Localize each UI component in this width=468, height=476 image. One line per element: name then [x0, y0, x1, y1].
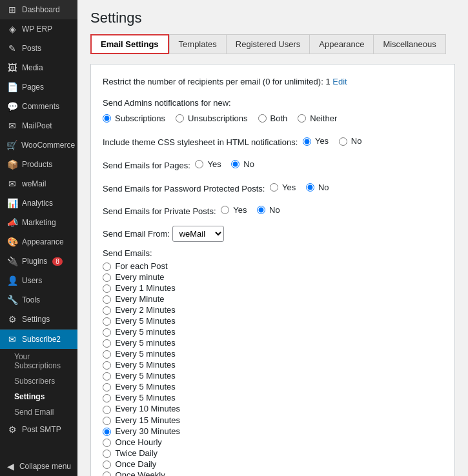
send-emails-option-19[interactable]: Once Weekly — [103, 470, 443, 476]
send-emails-option-9[interactable]: Every 5 Minutes — [103, 359, 443, 370]
send-emails-option-3[interactable]: Every Minute — [103, 293, 443, 304]
sidebar-item-subscribe2[interactable]: ✉ Subscribe2 — [0, 330, 77, 349]
sidebar-item-collapse[interactable]: ◀ Collapse menu — [0, 457, 77, 476]
sidebar-item-wemail[interactable]: ✉ weMail — [0, 174, 77, 193]
send-emails-option-18[interactable]: Once Daily — [103, 459, 443, 470]
send-emails-radio-2[interactable] — [103, 284, 111, 293]
send-emails-option-13[interactable]: Every 10 Minutes — [103, 403, 443, 414]
send-emails-radio-17[interactable] — [103, 450, 111, 458]
sidebar-item-products[interactable]: 📦 Products — [0, 155, 77, 174]
send-emails-option-0[interactable]: For each Post — [103, 261, 443, 272]
password-yes-input[interactable] — [270, 183, 278, 192]
private-label: Send Emails for Private Posts: — [103, 206, 216, 216]
radio-subscriptions[interactable]: Subscriptions — [103, 111, 165, 126]
send-emails-option-15[interactable]: Every 30 Minutes — [103, 426, 443, 437]
sidebar-item-post-smtp[interactable]: ⚙ Post SMTP — [0, 420, 77, 439]
sidebar-item-wperp[interactable]: ◈ WP ERP — [0, 19, 77, 39]
send-emails-radio-10[interactable] — [103, 372, 111, 381]
sidebar-item-settings[interactable]: ⚙ Settings — [0, 310, 77, 329]
send-emails-radio-7[interactable] — [103, 339, 111, 348]
send-emails-option-11[interactable]: Every 5 Minutes — [103, 381, 443, 392]
send-emails-option-2[interactable]: Every 1 Minutes — [103, 283, 443, 293]
password-yes[interactable]: Yes — [270, 180, 296, 195]
css-yes-input[interactable] — [303, 137, 311, 146]
sidebar-sub-subscribers[interactable]: Subscribers — [0, 373, 77, 389]
tab-registered-users[interactable]: Registered Users — [226, 34, 309, 54]
sidebar-item-media[interactable]: 🖼 Media — [0, 58, 77, 77]
send-emails-option-17[interactable]: Twice Daily — [103, 448, 443, 459]
sidebar-sub-your-subscriptions[interactable]: Your Subscriptions — [0, 349, 77, 373]
private-yes-input[interactable] — [221, 206, 229, 214]
radio-unsubscriptions-input[interactable] — [176, 114, 184, 123]
send-emails-radio-12[interactable] — [103, 394, 111, 402]
send-emails-radio-11[interactable] — [103, 383, 111, 392]
radio-neither-input[interactable] — [298, 114, 306, 123]
send-emails-radio-4[interactable] — [103, 306, 111, 315]
sidebar-item-dashboard[interactable]: ⊞ Dashboard — [0, 0, 77, 19]
woocommerce-icon: 🛒 — [6, 140, 17, 150]
send-emails-option-1[interactable]: Every minute — [103, 272, 443, 283]
sidebar-item-mailpoet[interactable]: ✉ MailPoet — [0, 116, 77, 135]
send-emails-radio-6[interactable] — [103, 328, 111, 337]
send-emails-option-8[interactable]: Every 5 minutes — [103, 348, 443, 359]
password-no-input[interactable] — [306, 183, 314, 192]
send-emails-radio-19[interactable] — [103, 471, 111, 476]
sidebar-item-tools[interactable]: 🔧 Tools — [0, 290, 77, 310]
restrict-edit-link[interactable]: Edit — [332, 77, 347, 86]
pages-yes-input[interactable] — [195, 160, 203, 168]
sidebar-item-plugins[interactable]: 🔌 Plugins 8 — [0, 252, 77, 271]
send-emails-radio-13[interactable] — [103, 406, 111, 414]
tab-miscellaneous[interactable]: Miscellaneous — [373, 34, 445, 54]
sidebar-sub-settings[interactable]: Settings — [0, 389, 77, 404]
sidebar-item-users[interactable]: 👤 Users — [0, 271, 77, 290]
send-emails-option-5[interactable]: Every 5 Minutes — [103, 315, 443, 326]
send-emails-radio-1[interactable] — [103, 273, 111, 282]
private-no[interactable]: No — [257, 203, 280, 217]
css-yes[interactable]: Yes — [303, 134, 329, 148]
send-emails-option-14[interactable]: Every 15 Minutes — [103, 415, 443, 426]
radio-both[interactable]: Both — [258, 111, 288, 126]
pages-no-input[interactable] — [231, 160, 239, 168]
tab-email-settings[interactable]: Email Settings — [90, 34, 169, 54]
send-emails-radio-9[interactable] — [103, 361, 111, 370]
radio-both-input[interactable] — [258, 114, 267, 123]
sidebar-item-posts[interactable]: ✎ Posts — [0, 39, 77, 58]
radio-subscriptions-input[interactable] — [103, 114, 111, 123]
css-no-input[interactable] — [339, 137, 347, 146]
send-emails-radio-0[interactable] — [103, 263, 111, 271]
radio-neither[interactable]: Neither — [298, 111, 337, 126]
sidebar-item-comments[interactable]: 💬 Comments — [0, 97, 77, 116]
sidebar-item-pages[interactable]: 📄 Pages — [0, 77, 77, 97]
sidebar-item-analytics[interactable]: 📊 Analytics — [0, 193, 77, 213]
send-emails-radio-18[interactable] — [103, 461, 111, 469]
from-select[interactable]: weMail — [172, 226, 224, 242]
pages-label: Send Emails for Pages: — [103, 161, 190, 170]
send-emails-option-6[interactable]: Every 5 minutes — [103, 326, 443, 337]
sidebar-item-marketing[interactable]: 📣 Marketing — [0, 213, 77, 232]
pages-no[interactable]: No — [231, 157, 254, 172]
send-emails-option-16[interactable]: Once Hourly — [103, 437, 443, 448]
sidebar-item-woocommerce[interactable]: 🛒 WooCommerce — [0, 135, 77, 155]
send-emails-radio-8[interactable] — [103, 350, 111, 359]
mailpoet-icon: ✉ — [6, 121, 18, 131]
radio-unsubscriptions[interactable]: Unsubscriptions — [176, 111, 248, 126]
send-emails-option-4[interactable]: Every 2 Minutes — [103, 304, 443, 315]
send-emails-radio-15[interactable] — [103, 428, 111, 436]
send-emails-option-7[interactable]: Every 5 minutes — [103, 337, 443, 348]
tab-appearance[interactable]: Appearance — [309, 34, 373, 54]
password-no[interactable]: No — [306, 180, 329, 195]
send-emails-option-10[interactable]: Every 5 Minutes — [103, 370, 443, 381]
send-emails-radio-5[interactable] — [103, 317, 111, 326]
sidebar-sub-send-email[interactable]: Send Email — [0, 404, 77, 420]
send-emails-option-12[interactable]: Every 5 Minutes — [103, 392, 443, 403]
css-no[interactable]: No — [339, 134, 362, 148]
private-no-input[interactable] — [257, 206, 265, 214]
private-yes[interactable]: Yes — [221, 203, 247, 217]
send-emails-radio-3[interactable] — [103, 295, 111, 304]
pages-yes[interactable]: Yes — [195, 157, 221, 172]
tab-templates[interactable]: Templates — [169, 34, 226, 54]
send-emails-radio-16[interactable] — [103, 439, 111, 447]
analytics-icon: 📊 — [6, 198, 18, 208]
send-emails-radio-14[interactable] — [103, 417, 111, 425]
sidebar-item-appearance[interactable]: 🎨 Appearance — [0, 232, 77, 252]
